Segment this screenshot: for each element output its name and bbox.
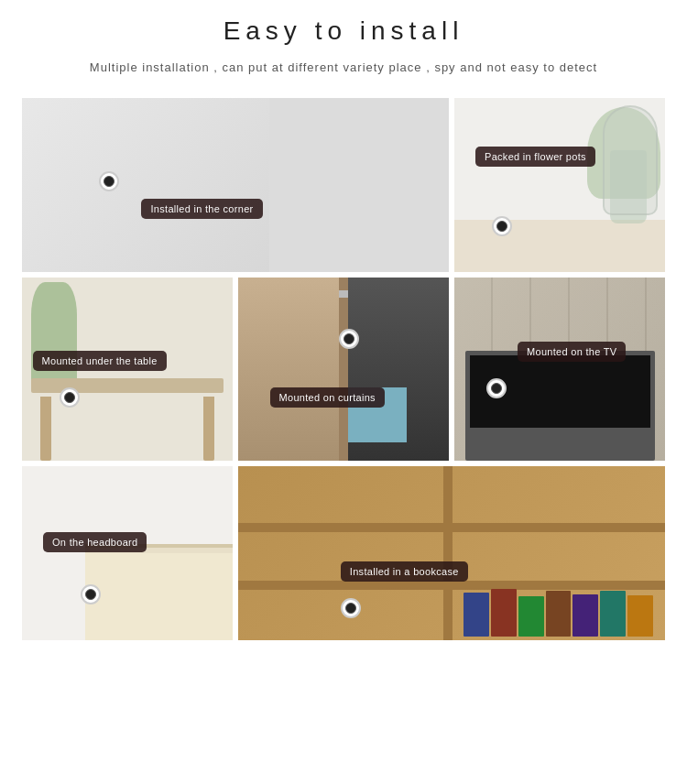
scene-bookcase: Installed in a bookcase bbox=[238, 466, 665, 640]
scene-headboard: On the headboard bbox=[22, 466, 233, 640]
installation-grid: Installed in the corner Packed in flower… bbox=[22, 98, 665, 640]
scene-curtain: Mounted on curtains bbox=[238, 278, 449, 461]
page-title: Easy to install bbox=[22, 16, 665, 46]
page-subtitle: Multiple installation , can put at diffe… bbox=[22, 59, 665, 78]
label-tv: Mounted on the TV bbox=[518, 342, 626, 362]
page-wrapper: Easy to install Multiple installation , … bbox=[0, 0, 687, 662]
label-flowerpot: Packed in flower pots bbox=[475, 147, 595, 167]
scene-flowerpot: Packed in flower pots bbox=[454, 98, 665, 272]
scene-table: Mounted under the table bbox=[22, 278, 233, 461]
label-table: Mounted under the table bbox=[33, 351, 167, 371]
label-corner: Installed in the corner bbox=[141, 199, 262, 219]
label-headboard: On the headboard bbox=[43, 532, 147, 552]
camera-icon-table bbox=[60, 387, 80, 408]
camera-icon-corner bbox=[99, 171, 119, 191]
camera-icon-bookcase bbox=[341, 598, 361, 618]
label-bookcase: Installed in a bookcase bbox=[341, 561, 468, 582]
scene-tv: Mounted on the TV bbox=[454, 278, 665, 461]
camera-icon-tv bbox=[486, 378, 507, 398]
scene-corner: Installed in the corner bbox=[22, 98, 449, 272]
label-curtain: Mounted on curtains bbox=[270, 387, 385, 408]
